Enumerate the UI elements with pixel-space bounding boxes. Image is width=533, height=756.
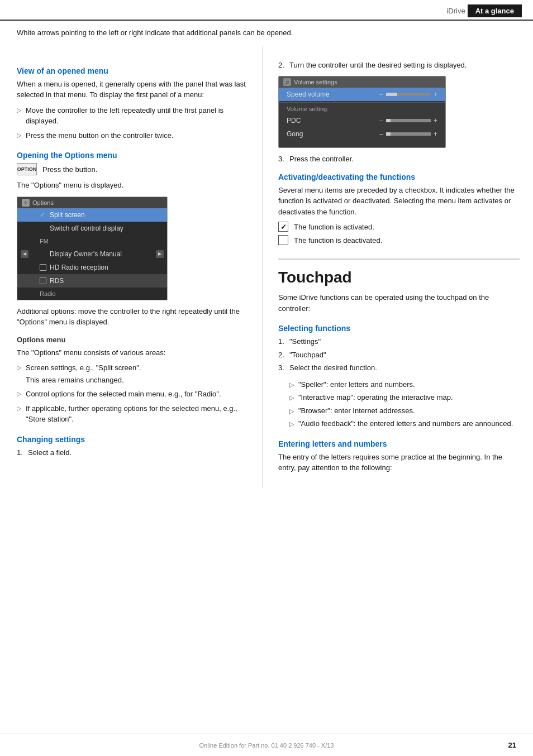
page-header: iDrive At a glance <box>0 0 533 21</box>
vol-row-speed-volume: Speed volume – + <box>279 88 445 101</box>
activating-body: Several menu items are preceded by a che… <box>278 185 520 218</box>
options-bullet-2: ▷ Control options for the selected main … <box>17 389 249 400</box>
checkbox-deactivated-icon <box>278 235 288 245</box>
vol-bar-speed <box>386 93 431 96</box>
section-activating-heading: Activating/deactivating the functions <box>278 173 520 181</box>
bullet-tri: ▷ <box>17 389 21 399</box>
sub-bullet-4: ▷ "Audio feedback": the entered letters … <box>289 418 520 429</box>
deactivated-label: The function is deactivated. <box>294 236 382 245</box>
intro-text: White arrows pointing to the left or rig… <box>17 27 516 39</box>
sub-tri: ▷ <box>289 419 294 429</box>
section-opening-options-heading: Opening the Options menu <box>17 151 249 160</box>
vol-title-label: Volume settings <box>294 79 337 85</box>
entering-letters-body: The entry of the letters requires some p… <box>278 452 520 473</box>
view-opened-menu-body: When a menu is opened, it generally open… <box>17 79 249 101</box>
footer-text: Online Edition for Part no. 01 40 2 926 … <box>199 742 334 749</box>
press-btn-row: OPTION Press the button. <box>17 163 249 175</box>
menu-title-bar: ✧ Options <box>17 197 167 208</box>
option-button-image: OPTION <box>17 163 37 175</box>
page-footer: Online Edition for Part no. 01 40 2 926 … <box>0 734 533 756</box>
sel-step-2: 2. "Touchpad" <box>278 350 520 361</box>
options-menu-screenshot: ✧ Options ◀ ▶ ✓ Split screen Switch off … <box>17 197 168 300</box>
menu-arrow-left: ◀ <box>21 250 28 258</box>
step-3: 3. Press the controller. <box>278 154 520 165</box>
bullet-triangle: ▷ <box>17 131 21 140</box>
options-bullet-3: ▷ If applicable, further operating optio… <box>17 403 249 425</box>
bullet-triangle: ▷ <box>17 106 21 115</box>
sel-step-1: 1. "Settings" <box>278 336 520 347</box>
sub-bullet-1: ▷ "Speller": enter letters and numbers. <box>289 379 520 390</box>
menu-item-rds: RDS <box>17 274 167 288</box>
step-1: 1. Select a field. <box>17 447 249 458</box>
sub-tri: ▷ <box>289 380 294 390</box>
main-content: View of an opened menu When a menu is op… <box>0 46 533 488</box>
menu-item-radio: Radio <box>17 288 167 300</box>
step-2: 2. Turn the controller until the desired… <box>278 60 520 71</box>
bullet-item: ▷ Press the menu button on the controlle… <box>17 130 249 141</box>
menu-title-icon: ✧ <box>22 199 30 207</box>
checkbox-rds <box>40 277 46 284</box>
menu-item-hd-radio: HD Radio reception <box>17 261 167 274</box>
menu-arrow-right: ▶ <box>156 250 164 258</box>
left-column: View of an opened menu When a menu is op… <box>0 46 263 488</box>
vol-bar-gong <box>386 132 431 136</box>
volume-screenshot: ♬ Volume settings Speed volume – + Volum… <box>278 76 446 148</box>
vol-row-gong: Gong – + <box>279 127 445 141</box>
checkmark-checked: ✓ <box>40 212 46 218</box>
vol-title-bar: ♬ Volume settings <box>279 76 445 88</box>
press-text: Press the button. <box>42 165 97 174</box>
sub-bullet-2: ▷ "Interactive map": operating the inter… <box>289 392 520 403</box>
right-column: 2. Turn the controller until the desired… <box>263 46 533 488</box>
section-options-menu-heading: Options menu <box>17 336 249 344</box>
bullet-tri: ▷ <box>17 363 21 372</box>
section-entering-letters-heading: Entering letters and numbers <box>278 439 520 448</box>
vol-bottom-space <box>279 141 445 147</box>
options-menu-body: The "Options" menu consists of various a… <box>17 347 249 358</box>
brand-label: iDrive <box>446 7 465 15</box>
options-bullet-1: ▷ Screen settings, e.g., "Split screen".… <box>17 362 249 385</box>
bullet-item: ▷ Move the controller to the left repeat… <box>17 105 249 127</box>
section-selecting-functions-heading: Selecting functions <box>278 324 520 333</box>
options-menu-bullets: ▷ Screen settings, e.g., "Split screen".… <box>17 362 249 425</box>
menu-item-switch-off: Switch off control display <box>17 222 167 235</box>
step2-list: 2. Turn the controller until the desired… <box>278 60 520 71</box>
touchpad-body: Some iDrive functions can be operated us… <box>278 292 520 314</box>
step3-list: 3. Press the controller. <box>278 154 520 165</box>
menu-item-fm: FM <box>17 235 167 247</box>
sub-tri: ▷ <box>289 406 294 416</box>
sel-step-3: 3. Select the desired function. <box>278 362 520 374</box>
menu-displayed-text: The "Options" menu is displayed. <box>17 180 249 191</box>
view-opened-menu-bullets: ▷ Move the controller to the left repeat… <box>17 105 249 141</box>
additional-options-text: Additional options: move the controller … <box>17 306 249 328</box>
touchpad-heading: Touchpad <box>278 259 520 286</box>
menu-item-split-screen: ✓ Split screen <box>17 208 167 222</box>
checkbox-activated-icon: ✓ <box>278 222 288 232</box>
sub-tri: ▷ <box>289 393 294 403</box>
bullet-tri: ▷ <box>17 404 21 413</box>
menu-title-label: Options <box>32 199 54 206</box>
tab-at-a-glance: At a glance <box>468 4 522 17</box>
checkbox-hd-radio <box>40 264 46 271</box>
vol-divider <box>279 102 445 103</box>
sub-bullet-3: ▷ "Browser": enter Internet addresses. <box>289 405 520 417</box>
func-activated-row: ✓ The function is activated. <box>278 222 520 232</box>
page-number: 21 <box>508 741 516 749</box>
vol-bar-pdc <box>386 119 431 122</box>
section-view-opened-menu-heading: View of an opened menu <box>17 66 249 75</box>
vol-title-icon: ♬ <box>283 78 291 86</box>
menu-item-display-manual: Display Owner's Manual <box>17 247 167 261</box>
changing-settings-steps: 1. Select a field. <box>17 447 249 458</box>
func-deactivated-row: The function is deactivated. <box>278 235 520 245</box>
section-changing-settings-heading: Changing settings <box>17 435 249 444</box>
vol-row-pdc: PDC – + <box>279 114 445 127</box>
activated-label: The function is activated. <box>294 223 374 231</box>
vol-section-label: Volume setting: <box>279 104 445 114</box>
selecting-steps-list: 1. "Settings" 2. "Touchpad" 3. Select th… <box>278 336 520 374</box>
selecting-sub-bullets: ▷ "Speller": enter letters and numbers. … <box>289 379 520 429</box>
